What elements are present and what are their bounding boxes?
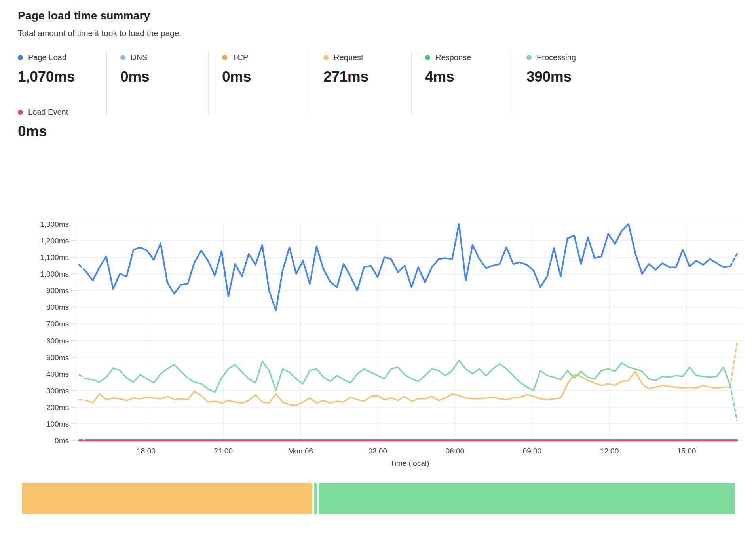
- response-legend-dot-icon: [425, 55, 430, 60]
- metric-summary-row: Page Load 1,070ms DNS 0ms TCP 0ms Reques…: [18, 51, 624, 115]
- svg-text:09:00: 09:00: [523, 447, 542, 455]
- stat-label: Request: [334, 53, 363, 62]
- stat-card-response[interactable]: Response 4ms: [412, 51, 513, 115]
- stat-label: Page Load: [28, 53, 66, 62]
- stat-card-load-event[interactable]: Load Event 0ms: [18, 108, 68, 140]
- svg-text:1,200ms: 1,200ms: [40, 237, 69, 245]
- selector-bar-segment: [22, 483, 312, 514]
- svg-text:1,000ms: 1,000ms: [40, 270, 69, 278]
- svg-text:21:00: 21:00: [214, 447, 233, 455]
- selector-bar-segment: [319, 483, 735, 514]
- svg-text:700ms: 700ms: [46, 320, 69, 328]
- stat-value: 0ms: [18, 123, 68, 140]
- stat-card-tcp[interactable]: TCP 0ms: [209, 51, 310, 115]
- request-legend-dot-icon: [323, 55, 329, 60]
- dns-legend-dot-icon: [120, 55, 125, 60]
- stat-value: 0ms: [222, 68, 310, 85]
- svg-text:Time (local): Time (local): [390, 459, 429, 467]
- processing-legend-dot-icon: [526, 55, 532, 60]
- stat-card-dns[interactable]: DNS 0ms: [107, 51, 209, 115]
- tcp-legend-dot-icon: [222, 55, 227, 60]
- svg-text:1,100ms: 1,100ms: [40, 253, 69, 262]
- svg-text:03:00: 03:00: [368, 447, 387, 455]
- stat-value: 271ms: [323, 68, 411, 85]
- line-chart-canvas[interactable]: 0ms100ms200ms300ms400ms500ms600ms700ms80…: [0, 174, 756, 479]
- stat-label: Processing: [537, 53, 576, 62]
- page-load-legend-dot-icon: [18, 55, 23, 60]
- svg-text:100ms: 100ms: [46, 420, 69, 428]
- stat-label: Load Event: [28, 108, 68, 117]
- stat-value: 0ms: [120, 68, 208, 85]
- page-load-time-chart[interactable]: 0ms100ms200ms300ms400ms500ms600ms700ms80…: [0, 174, 756, 479]
- svg-text:500ms: 500ms: [46, 353, 69, 362]
- page-title: Page load time summary: [18, 9, 150, 22]
- svg-text:200ms: 200ms: [46, 403, 69, 412]
- svg-text:1,300ms: 1,300ms: [40, 220, 69, 228]
- svg-text:0ms: 0ms: [55, 436, 69, 445]
- svg-text:300ms: 300ms: [46, 387, 69, 395]
- svg-text:400ms: 400ms: [46, 370, 69, 378]
- svg-text:Mon 06: Mon 06: [288, 447, 313, 455]
- stat-card-processing[interactable]: Processing 390ms: [513, 51, 624, 115]
- svg-text:12:00: 12:00: [600, 447, 619, 455]
- svg-text:600ms: 600ms: [46, 337, 69, 345]
- stat-card-page-load[interactable]: Page Load 1,070ms: [18, 51, 107, 115]
- stat-value: 390ms: [526, 68, 624, 85]
- stat-value: 1,070ms: [18, 68, 106, 85]
- stat-label: DNS: [131, 53, 147, 62]
- stat-card-request[interactable]: Request 271ms: [310, 51, 412, 115]
- svg-text:06:00: 06:00: [446, 447, 465, 455]
- svg-text:900ms: 900ms: [46, 286, 69, 295]
- stat-value: 4ms: [425, 68, 513, 85]
- load-event-legend-dot-icon: [18, 110, 23, 115]
- stat-label: TCP: [232, 53, 248, 62]
- svg-text:18:00: 18:00: [137, 447, 156, 455]
- stat-label: Response: [435, 53, 471, 62]
- selector-bar-segment: [314, 483, 317, 514]
- svg-text:15:00: 15:00: [677, 447, 696, 455]
- time-range-selector-bar[interactable]: [22, 483, 735, 514]
- svg-text:800ms: 800ms: [46, 303, 69, 311]
- page-subtitle: Total amount of time it took to load the…: [18, 28, 181, 38]
